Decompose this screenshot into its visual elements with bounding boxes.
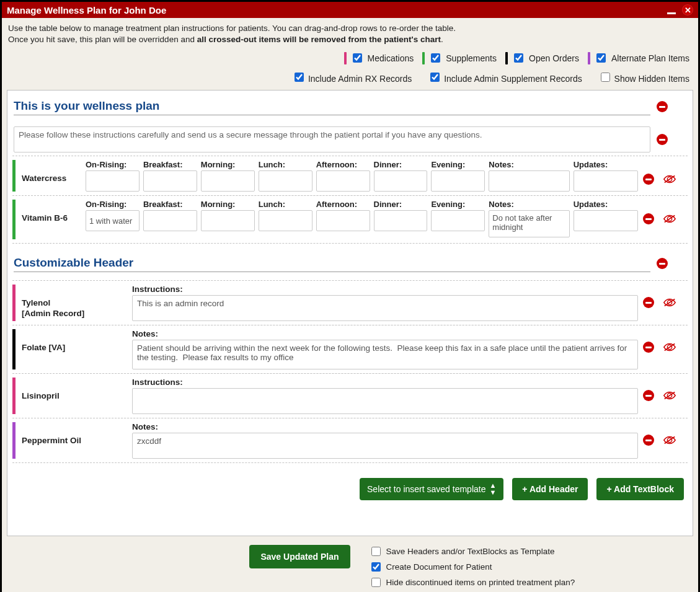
category-stripe-alternate <box>12 422 16 459</box>
remove-item-button[interactable] <box>643 174 654 185</box>
category-stripe-supplement <box>12 200 16 239</box>
filter-legend-row: Medications Supplements Open Orders Alte… <box>2 49 698 68</box>
item-row-tylenol: Tylenol [Admin Record] Instructions: Thi… <box>12 280 688 325</box>
breakfast-input[interactable] <box>143 170 197 192</box>
hide-item-icon[interactable] <box>663 214 676 224</box>
item-row-vitamin-b6: Vitamin B-6 On-Rising: Breakfast: Mornin… <box>12 195 688 244</box>
item-name: Lisinopril <box>22 378 127 400</box>
afternoon-input[interactable] <box>316 210 370 231</box>
afternoon-input[interactable] <box>316 170 370 192</box>
hide-item-icon[interactable] <box>663 174 676 184</box>
legend-alternate-icon <box>588 52 590 64</box>
filter-alternate-checkbox[interactable] <box>596 53 606 63</box>
lunch-input[interactable] <box>259 170 312 192</box>
updates-input[interactable] <box>574 210 638 231</box>
include-admin-supp-label: Include Admin Supplement Records <box>444 74 582 84</box>
section-header-input[interactable] <box>14 98 650 115</box>
remove-header-button[interactable] <box>657 101 668 112</box>
remove-item-button[interactable] <box>643 435 654 446</box>
caret-updown-icon: ▲▼ <box>489 482 496 496</box>
show-hidden-checkbox[interactable] <box>601 73 610 82</box>
remove-item-button[interactable] <box>643 390 654 401</box>
section-header-row <box>12 252 688 272</box>
footer: Save Updated Plan Save Headers and/or Te… <box>2 541 698 592</box>
section-header-row <box>12 95 688 115</box>
include-admin-supp-checkbox[interactable] <box>430 73 440 82</box>
lunch-input[interactable] <box>259 210 312 231</box>
filter-supplements-checkbox[interactable] <box>431 53 440 63</box>
legend-supplements-icon <box>422 52 425 64</box>
morning-input[interactable] <box>201 210 255 231</box>
panel-bottom-actions: Select to insert saved template▲▼ + Add … <box>12 463 688 503</box>
evening-input[interactable] <box>431 210 485 231</box>
textblock-row: Please follow these instructions careful… <box>12 115 688 156</box>
dinner-input[interactable] <box>374 170 428 192</box>
add-textblock-button[interactable]: + Add TextBlock <box>596 478 684 500</box>
on-rising-input[interactable] <box>86 210 140 231</box>
filter-medications-checkbox[interactable] <box>353 53 362 63</box>
item-row-folate: Folate [VA] Notes: Patient should be arr… <box>12 325 688 374</box>
hide-discontinued-checkbox[interactable] <box>371 578 381 587</box>
filter-open-orders-checkbox[interactable] <box>514 53 523 63</box>
notes-input[interactable]: Do not take after midnight <box>489 210 569 237</box>
window-title: Manage Wellness Plan for John Doe <box>7 5 166 15</box>
instructions-input[interactable] <box>132 388 638 414</box>
on-rising-input[interactable] <box>86 170 140 192</box>
legend-medications-icon <box>344 52 347 64</box>
include-admin-rx-label: Include Admin RX Records <box>308 74 412 84</box>
close-icon[interactable]: ✕ <box>682 4 693 15</box>
create-document-checkbox[interactable] <box>371 562 381 572</box>
item-name: Watercress <box>22 160 81 183</box>
hide-item-icon[interactable] <box>663 298 676 307</box>
filter-medications-label: Medications <box>368 53 414 63</box>
evening-input[interactable] <box>431 170 485 192</box>
item-name: Vitamin B-6 <box>22 200 81 223</box>
notes-input[interactable] <box>489 170 569 192</box>
filter-alternate-label: Alternate Plan Items <box>611 53 689 63</box>
remove-textblock-button[interactable] <box>657 134 668 145</box>
item-name: Folate [VA] <box>22 329 127 352</box>
legend-open-orders-icon <box>505 52 508 64</box>
category-stripe-open-order <box>12 329 16 369</box>
item-name: Tylenol [Admin Record] <box>22 285 127 319</box>
item-row-watercress: Watercress On-Rising: Breakfast: Morning… <box>12 156 688 196</box>
remove-item-button[interactable] <box>643 297 654 308</box>
filter-options-row: Include Admin RX Records Include Admin S… <box>2 68 698 90</box>
remove-header-button[interactable] <box>657 258 668 269</box>
hide-item-icon[interactable] <box>663 391 676 400</box>
minimize-icon[interactable] <box>667 12 676 14</box>
window: Manage Wellness Plan for John Doe ✕ Use … <box>1 1 699 592</box>
notes-input[interactable]: zxcddf <box>132 433 638 459</box>
dinner-input[interactable] <box>374 210 428 231</box>
plan-panel: Please follow these instructions careful… <box>7 90 693 536</box>
updates-input[interactable] <box>574 170 638 192</box>
show-hidden-label: Show Hidden Items <box>614 74 689 84</box>
add-header-button[interactable]: + Add Header <box>512 478 588 500</box>
remove-item-button[interactable] <box>643 342 654 353</box>
category-stripe-medication <box>12 378 16 414</box>
category-stripe-medication <box>12 285 16 321</box>
breakfast-input[interactable] <box>143 210 197 231</box>
morning-input[interactable] <box>201 170 255 192</box>
filter-open-orders-label: Open Orders <box>529 53 579 63</box>
filter-supplements-label: Supplements <box>446 53 497 63</box>
textblock-input[interactable]: Please follow these instructions careful… <box>14 126 650 152</box>
titlebar: Manage Wellness Plan for John Doe ✕ <box>2 2 698 18</box>
item-row-peppermint: Peppermint Oil Notes: zxcddf <box>12 418 688 463</box>
remove-item-button[interactable] <box>643 213 654 224</box>
intro-text: Use the table below to manage treatment … <box>2 18 698 49</box>
section-header-input[interactable] <box>14 255 650 272</box>
hide-item-icon[interactable] <box>663 342 676 352</box>
notes-input[interactable]: Patient should be arriving within the ne… <box>132 340 638 369</box>
instructions-input[interactable]: This is an admin record <box>132 295 638 321</box>
select-template-button[interactable]: Select to insert saved template▲▼ <box>360 478 503 500</box>
category-stripe-supplement <box>12 160 16 192</box>
include-admin-rx-checkbox[interactable] <box>295 73 304 82</box>
hide-item-icon[interactable] <box>663 435 676 445</box>
item-row-lisinopril: Lisinopril Instructions: <box>12 373 688 418</box>
save-plan-button[interactable]: Save Updated Plan <box>249 545 350 568</box>
item-name: Peppermint Oil <box>22 422 127 445</box>
save-template-checkbox[interactable] <box>371 547 381 556</box>
